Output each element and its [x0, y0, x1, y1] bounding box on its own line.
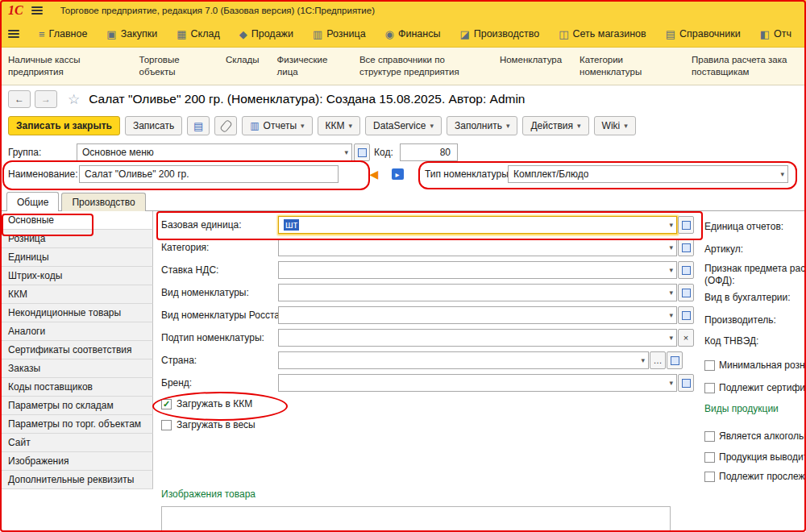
sidebar-item-units[interactable]: Единицы [0, 248, 153, 267]
base-unit-field[interactable]: шт ▾ [278, 216, 677, 234]
attachments-button[interactable] [214, 116, 237, 135]
dropdown-icon[interactable]: ▾ [669, 379, 673, 387]
product-images-link[interactable]: Изображения товара [161, 488, 256, 500]
actions-menu-button[interactable]: Действия▾ [522, 116, 588, 135]
dropdown-icon[interactable]: ▾ [669, 266, 673, 274]
subtype-clear-button[interactable]: × [678, 329, 694, 347]
country-field[interactable]: ▾ [278, 351, 649, 369]
submenu-item-all-references[interactable]: Все справочники по структуре предприятия [359, 54, 482, 78]
document-list-button[interactable]: ▤ [187, 116, 210, 135]
checkbox-min-retail-price[interactable]: Минимальная розни [704, 360, 806, 371]
sections-panel-icon[interactable] [8, 30, 19, 38]
tab-production[interactable]: Производство [61, 193, 145, 211]
country-ellipsis-button[interactable]: … [650, 351, 666, 369]
kkm-menu-button[interactable]: ККМ▾ [318, 116, 361, 135]
save-close-button[interactable]: Записать и закрыть [8, 116, 120, 135]
brand-label: Бренд: [161, 377, 192, 389]
tab-general[interactable]: Общие [6, 192, 59, 211]
dropdown-icon[interactable]: ▾ [669, 221, 673, 229]
menu-item-reports[interactable]: ◧Отч [760, 28, 791, 40]
submenu-item-trade-objects[interactable]: Торговые объекты [139, 54, 208, 78]
submenu-item-nomenclature[interactable]: Номенклатура [500, 54, 562, 66]
translate-button[interactable]: ▸ [388, 165, 407, 183]
sidebar-item-images[interactable]: Изображения [0, 452, 153, 471]
checkbox-load-to-scales[interactable]: Загружать в весы [161, 419, 256, 430]
checkbox-output-product[interactable]: Продукция выводит [704, 451, 806, 463]
name-field[interactable]: Салат "Оливье" 200 гр. [79, 165, 339, 183]
category-open-button[interactable] [678, 239, 694, 256]
country-open-button[interactable] [667, 351, 683, 369]
submenu-item-warehouses[interactable]: Склады [226, 54, 260, 66]
checkbox-load-to-kkm[interactable]: ✓ Загружать в ККМ [161, 398, 252, 409]
product-types-link[interactable]: Виды продукции [704, 403, 779, 414]
group-label: Группа: [8, 147, 41, 158]
save-button[interactable]: Записать [125, 116, 182, 135]
sidebar-item-trade-object-params[interactable]: Параметры по торг. объектам [0, 415, 153, 434]
sidebar-item-orders[interactable]: Заказы [0, 360, 153, 378]
submenu-bar: Наличные кассы предприятия Торговые объе… [0, 48, 806, 85]
dropdown-icon[interactable]: ▾ [669, 243, 673, 251]
submenu-item-persons[interactable]: Физические лица [277, 54, 342, 78]
fill-menu-button[interactable]: Заполнить▾ [447, 116, 517, 135]
forward-button[interactable]: → [35, 90, 57, 108]
nomenclature-kind-field[interactable]: ▾ [278, 284, 677, 301]
submenu-item-cash-desks[interactable]: Наличные кассы предприятия [8, 54, 122, 78]
vat-rate-open-button[interactable] [678, 261, 694, 279]
product-images-box[interactable] [161, 506, 671, 532]
choose-icon [682, 311, 691, 320]
sidebar-item-kkm[interactable]: ККМ [0, 285, 153, 304]
menu-item-store-network[interactable]: ◫Сеть магазинов [559, 28, 646, 40]
sidebar-item-certificates[interactable]: Сертификаты соответствия [0, 341, 153, 360]
menu-item-finance[interactable]: ◉Финансы [385, 28, 441, 40]
sidebar-item-retail[interactable]: Розница [0, 230, 153, 248]
vat-rate-field[interactable]: ▾ [278, 261, 677, 279]
checkbox-alcohol[interactable]: Является алкогольн [704, 430, 806, 442]
sidebar-item-supplier-codes[interactable]: Коды поставщиков [0, 378, 153, 397]
history-back-button[interactable]: ◀ [364, 165, 384, 183]
category-label: Категория: [161, 242, 209, 253]
rosstat-kind-field[interactable]: ▾ [278, 306, 677, 324]
manufacturer-label: Производитель: [704, 314, 806, 326]
favorite-star-icon[interactable]: ☆ [68, 91, 80, 108]
sidebar-item-main[interactable]: Основные [0, 211, 153, 230]
submenu-item-categories[interactable]: Категории номенклатуры [580, 54, 674, 78]
nomenclature-type-field[interactable]: Комплект/Блюдо ▾ [508, 165, 788, 183]
back-button[interactable]: ← [8, 90, 31, 108]
dropdown-icon[interactable]: ▾ [641, 356, 645, 364]
dropdown-icon[interactable]: ▾ [669, 311, 673, 319]
category-field[interactable]: ▾ [278, 239, 677, 256]
rosstat-kind-open-button[interactable] [678, 306, 694, 324]
brand-field[interactable]: ▾ [278, 374, 677, 392]
base-unit-open-button[interactable] [678, 216, 694, 234]
sidebar-item-warehouse-params[interactable]: Параметры по складам [0, 397, 153, 415]
menu-item-production[interactable]: ◪Производство [459, 28, 539, 40]
wiki-menu-button[interactable]: Wiki▾ [594, 116, 636, 135]
menu-item-retail[interactable]: ▥Розница [313, 28, 366, 40]
sidebar-item-additional-attributes[interactable]: Дополнительные реквизиты [0, 471, 153, 489]
menu-item-references[interactable]: ▤Справочники [666, 28, 741, 40]
dropdown-icon[interactable]: ▾ [344, 148, 348, 156]
dropdown-icon[interactable]: ▾ [669, 334, 673, 342]
sidebar-item-defective-goods[interactable]: Некондиционные товары [0, 304, 153, 322]
group-open-button[interactable] [354, 143, 370, 161]
menu-item-purchases[interactable]: ▣Закупки [106, 28, 157, 40]
menu-item-warehouse[interactable]: ▦Склад [177, 28, 219, 40]
brand-open-button[interactable] [678, 374, 694, 392]
reports-menu-button[interactable]: ▥Отчеты▾ [242, 116, 312, 135]
nomenclature-kind-open-button[interactable] [678, 284, 694, 301]
dropdown-icon[interactable]: ▾ [669, 289, 673, 297]
sidebar-item-analogs[interactable]: Аналоги [0, 322, 153, 341]
subtype-field[interactable]: ▾ [278, 329, 677, 347]
submenu-item-supplier-order-rules[interactable]: Правила расчета зака поставщикам [692, 54, 798, 78]
group-field[interactable]: Основное меню ▾ [77, 143, 352, 161]
checkbox-traceable[interactable]: Подлежит прослежи [704, 471, 806, 482]
checkbox-certification[interactable]: Подлежит сертифика [704, 382, 806, 393]
dropdown-icon[interactable]: ▾ [780, 170, 784, 178]
menu-item-sales[interactable]: ◆Продажи [239, 28, 293, 40]
menu-item-main[interactable]: ≡Главное [39, 28, 87, 40]
main-menu-icon[interactable] [31, 6, 43, 15]
code-field[interactable]: 80 [400, 143, 458, 161]
dataservice-menu-button[interactable]: DataService▾ [365, 116, 442, 135]
sidebar-item-barcodes[interactable]: Штрих-коды [0, 267, 153, 285]
sidebar-item-site[interactable]: Сайт [0, 434, 153, 452]
